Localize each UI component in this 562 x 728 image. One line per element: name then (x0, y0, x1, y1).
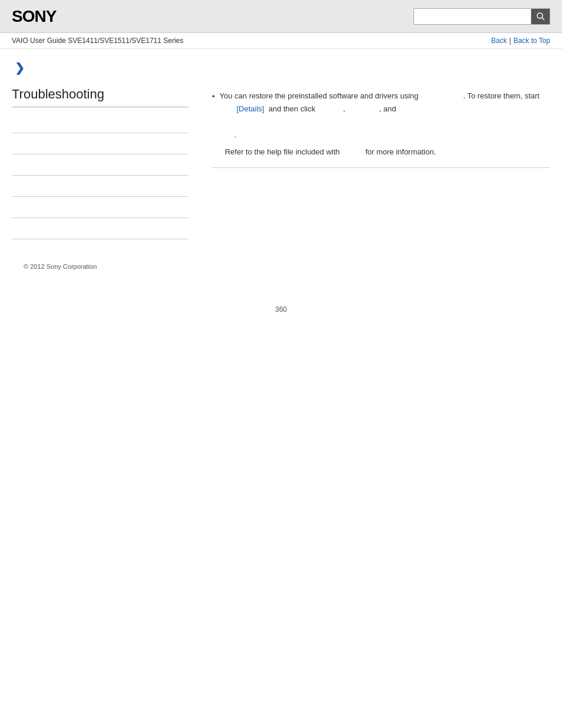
bullet-period-suffix: . To restore them, start (463, 91, 540, 100)
bullet-middle: and then click (269, 104, 316, 113)
sidebar-title: Troubleshooting (12, 87, 189, 107)
sidebar-item-3[interactable] (12, 154, 189, 176)
sidebar-item-2[interactable] (12, 133, 189, 154)
sidebar: Troubleshooting (12, 87, 189, 239)
back-to-top-link[interactable]: Back to Top (514, 37, 550, 45)
sidebar-item-1[interactable] (12, 112, 189, 133)
copyright-text: © 2012 Sony Corporation (24, 263, 97, 270)
page-number: 360 (0, 288, 562, 325)
nav-separator: | (509, 37, 511, 45)
sidebar-item-4[interactable] (12, 176, 189, 197)
search-icon (536, 12, 546, 21)
guide-title: VAIO User Guide SVE1411/SVE1511/SVE1711 … (12, 37, 183, 45)
refer-text: Refer to the help file included with for… (212, 146, 550, 159)
main-content: ❯ Troubleshooting • You can restore the … (0, 49, 562, 288)
back-link[interactable]: Back (491, 37, 507, 45)
content-bullet-1: • You can restore the preinstalled softw… (212, 90, 550, 141)
search-area (414, 8, 550, 25)
bullet-text-1: You can restore the preinstalled softwar… (220, 90, 550, 141)
svg-line-1 (542, 18, 544, 20)
content-layout: Troubleshooting • You can restore the pr… (12, 87, 550, 239)
svg-point-0 (537, 13, 543, 18)
refer-prefix: Refer to the help file included with (225, 147, 340, 156)
search-input[interactable] (414, 8, 531, 25)
bullet-and: , and (379, 104, 396, 113)
bullet-dot: • (212, 91, 215, 141)
content-section-1: • You can restore the preinstalled softw… (212, 90, 550, 168)
details-link[interactable]: [Details] (236, 104, 264, 113)
bullet-prefix: You can restore the preinstalled softwar… (220, 91, 419, 100)
nav-links: Back | Back to Top (491, 37, 550, 45)
footer: © 2012 Sony Corporation (12, 257, 550, 276)
right-content: • You can restore the preinstalled softw… (212, 87, 550, 239)
section-arrow: ❯ (15, 61, 550, 75)
header: SONY (0, 0, 562, 33)
search-button[interactable] (531, 8, 550, 25)
nav-bar: VAIO User Guide SVE1411/SVE1511/SVE1711 … (0, 33, 562, 49)
bullet-end-period: . (234, 130, 237, 139)
bullet-comma: , (343, 104, 345, 113)
sony-logo: SONY (12, 7, 56, 26)
refer-suffix: for more information. (365, 147, 436, 156)
sidebar-item-5[interactable] (12, 197, 189, 218)
sidebar-item-6[interactable] (12, 218, 189, 239)
